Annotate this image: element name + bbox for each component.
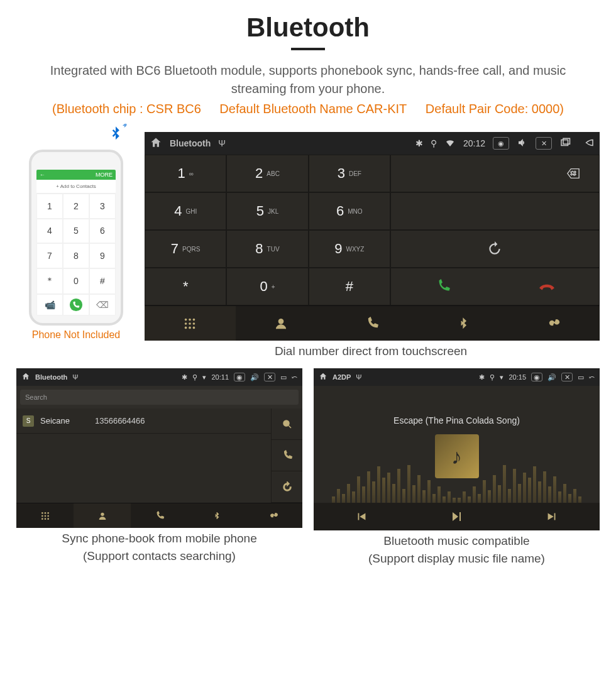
contact-row[interactable]: S Seicane 13566664466: [16, 409, 271, 434]
svg-point-0: [70, 299, 82, 311]
nav-pair[interactable]: [245, 503, 302, 528]
next-track-button[interactable]: [504, 503, 600, 530]
dial-key-2[interactable]: 2ABC: [226, 155, 308, 192]
dial-key-5[interactable]: 5JKL: [226, 192, 308, 230]
dial-key-4[interactable]: 4GHI: [145, 192, 226, 230]
svg-point-10: [189, 326, 192, 329]
back-icon[interactable]: ⤺: [589, 373, 595, 381]
svg-rect-2: [563, 138, 570, 144]
usb-icon: Ψ: [218, 138, 226, 148]
svg-point-18: [44, 515, 46, 517]
dialer-panel: Bluetooth Ψ ✱ ⚲ 20:12 ◉ ✕ 1∞2ABC3DEF4GHI…: [145, 132, 600, 341]
dial-key-3[interactable]: 3DEF: [309, 155, 390, 192]
nav-dialpad[interactable]: [145, 305, 236, 341]
svg-point-4: [189, 318, 192, 321]
phone-key-7: 7: [36, 243, 63, 268]
screenshot-icon[interactable]: ◉: [531, 373, 542, 381]
spec-code: Default Pair Code: 0000): [426, 102, 564, 116]
svg-point-22: [47, 518, 49, 520]
nav-calllog[interactable]: [327, 305, 418, 341]
volume-icon[interactable]: [517, 137, 528, 150]
screenshot-icon[interactable]: ◉: [234, 373, 245, 381]
nav-contacts[interactable]: [236, 305, 327, 341]
empty-cell: [390, 192, 600, 230]
dial-key-8[interactable]: 8TUV: [226, 230, 308, 268]
nav-contacts[interactable]: [74, 503, 131, 528]
nav-dialpad[interactable]: [16, 503, 74, 528]
phone-call-icon: [63, 294, 89, 315]
dial-key-6[interactable]: 6MNO: [309, 192, 390, 230]
close-app-icon[interactable]: ✕: [561, 373, 573, 381]
wifi-icon: ▾: [500, 373, 503, 381]
phone-key-4: 4: [36, 219, 63, 244]
dial-key-1[interactable]: 1∞: [145, 155, 226, 192]
svg-point-12: [279, 319, 283, 323]
dial-key-0[interactable]: 0+: [226, 268, 308, 305]
dial-key-*[interactable]: *: [145, 268, 226, 305]
home-icon[interactable]: [21, 372, 30, 382]
wifi-icon: ▾: [202, 373, 206, 381]
svg-point-13: [283, 420, 289, 426]
svg-point-9: [185, 326, 187, 329]
usb-icon: Ψ: [356, 373, 361, 381]
dial-key-#[interactable]: #: [309, 268, 390, 305]
sync-icon[interactable]: [271, 471, 302, 503]
back-icon[interactable]: [583, 137, 595, 150]
phone-backspace-icon: ⌫: [89, 294, 116, 315]
close-app-icon[interactable]: ✕: [264, 373, 275, 381]
svg-point-6: [185, 322, 187, 325]
backspace-button[interactable]: [390, 155, 600, 192]
a2dp-caption-1: Bluetooth music compatible: [314, 534, 600, 548]
screenshot-icon[interactable]: ◉: [493, 137, 509, 150]
volume-icon[interactable]: 🔊: [547, 373, 556, 381]
recents-icon[interactable]: [559, 137, 571, 150]
dial-key-7[interactable]: 7PQRS: [145, 230, 226, 268]
volume-icon[interactable]: 🔊: [250, 373, 259, 381]
svg-point-21: [44, 518, 46, 520]
close-app-icon[interactable]: ✕: [536, 137, 552, 150]
svg-point-15: [44, 512, 46, 514]
svg-point-11: [193, 326, 195, 329]
clock-time: 20:12: [463, 138, 485, 148]
phone-add-contact: + Add to Contacts: [36, 180, 116, 194]
location-icon: ⚲: [431, 138, 437, 148]
svg-point-3: [185, 318, 187, 321]
clock-time: 20:11: [211, 373, 229, 381]
wifi-icon: [444, 137, 456, 150]
redial-button[interactable]: [390, 230, 600, 268]
svg-point-5: [193, 318, 195, 321]
song-title: Escape (The Pina Colada Song): [393, 415, 520, 425]
back-icon[interactable]: ⤺: [292, 373, 297, 381]
clock-time: 20:15: [509, 373, 526, 381]
phone-video-icon: 📹: [36, 294, 63, 315]
home-icon[interactable]: [319, 372, 327, 382]
search-icon[interactable]: [271, 409, 302, 440]
phone-key-1: 1: [36, 194, 63, 219]
dial-key-9[interactable]: 9WXYZ: [309, 230, 390, 268]
nav-bluetooth[interactable]: [417, 305, 509, 341]
play-pause-button[interactable]: [409, 503, 505, 530]
svg-point-17: [41, 515, 43, 517]
phone-key-hash: #: [89, 268, 116, 295]
nav-calllog[interactable]: [131, 503, 188, 528]
phone-key-9: 9: [89, 243, 116, 268]
bluetooth-signal-icon: [16, 125, 124, 147]
prev-track-button[interactable]: [314, 503, 409, 530]
search-input[interactable]: Search: [20, 390, 299, 405]
svg-point-7: [189, 322, 192, 325]
nav-bluetooth[interactable]: [188, 503, 245, 528]
recents-icon[interactable]: ▭: [578, 373, 584, 381]
phone-more-label: MORE: [96, 172, 113, 178]
dialer-caption: Dial number direct from touchscreen: [132, 344, 610, 358]
home-icon[interactable]: [150, 136, 162, 151]
svg-rect-1: [561, 140, 568, 145]
hangup-button[interactable]: [495, 278, 599, 295]
visualizer: [314, 465, 600, 503]
recents-icon[interactable]: ▭: [280, 373, 287, 381]
call-button[interactable]: [391, 278, 495, 295]
a2dp-caption-2: (Support display music file name): [314, 552, 600, 566]
phone-caption: Phone Not Included: [16, 329, 136, 341]
phone-key-6: 6: [89, 219, 116, 244]
call-contact-icon[interactable]: [271, 440, 302, 471]
nav-pair[interactable]: [509, 305, 600, 341]
